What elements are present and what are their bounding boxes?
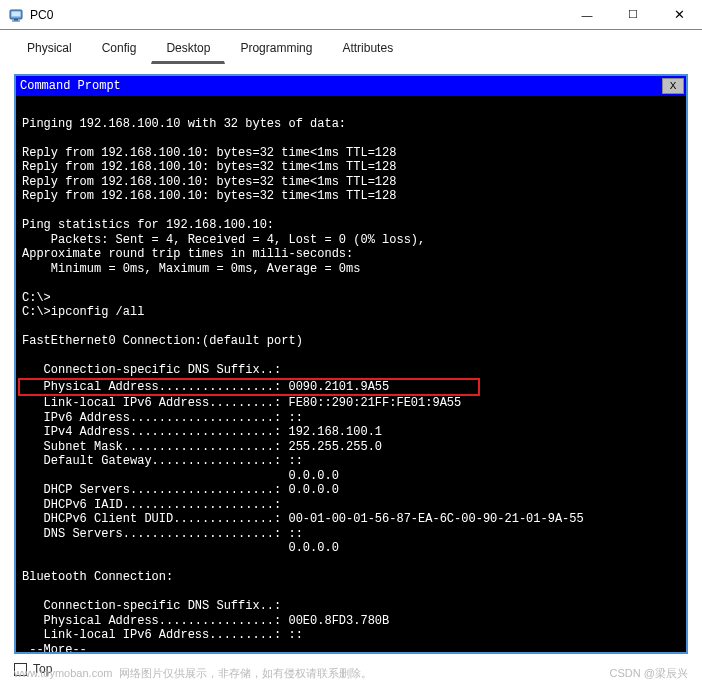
command-prompt-title: Command Prompt — [20, 79, 662, 93]
term-line: Connection-specific DNS Suffix..: — [22, 363, 281, 377]
term-line: 0.0.0.0 — [22, 541, 339, 555]
term-line: DHCP Servers....................: 0.0.0.… — [22, 483, 339, 497]
term-line: Connection-specific DNS Suffix..: — [22, 599, 281, 613]
svg-rect-1 — [12, 11, 21, 16]
term-line: Minimum = 0ms, Maximum = 0ms, Average = … — [22, 262, 360, 276]
term-line-label: Physical Address................: — [22, 380, 288, 394]
physical-address-highlight: Physical Address................: 0090.2… — [18, 378, 480, 397]
term-line: DHCPv6 Client DUID..............: 00-01-… — [22, 512, 584, 526]
footer-credit: CSDN @梁辰兴 — [610, 666, 688, 681]
term-line: Link-local IPv6 Address.........: :: — [22, 628, 303, 642]
window-title: PC0 — [30, 8, 564, 22]
command-prompt-window: Command Prompt X Pinging 192.168.100.10 … — [14, 74, 688, 654]
footer-url: www.toymoban.com 网络图片仅供展示，非存储，如有侵权请联系删除。 — [14, 666, 610, 681]
term-line: FastEthernet0 Connection:(default port) — [22, 334, 303, 348]
term-line: Pinging 192.168.100.10 with 32 bytes of … — [22, 117, 346, 131]
command-prompt-titlebar: Command Prompt X — [16, 76, 686, 96]
term-line: Bluetooth Connection: — [22, 570, 173, 584]
physical-address-value: 0090.2101.9A55 — [288, 380, 389, 394]
svg-rect-2 — [14, 19, 18, 21]
tab-strip: Physical Config Desktop Programming Attr… — [0, 30, 702, 64]
tab-desktop[interactable]: Desktop — [151, 36, 225, 64]
term-line: Link-local IPv6 Address.........: FE80::… — [22, 396, 461, 410]
term-line: C:\> — [22, 291, 51, 305]
term-line: C:\>ipconfig /all — [22, 305, 144, 319]
term-line: Default Gateway.................: :: — [22, 454, 303, 468]
term-line: DHCPv6 IAID.....................: — [22, 498, 281, 512]
svg-rect-3 — [12, 20, 20, 21]
tab-physical[interactable]: Physical — [12, 36, 87, 64]
command-prompt-close-button[interactable]: X — [662, 78, 684, 94]
command-prompt-body[interactable]: Pinging 192.168.100.10 with 32 bytes of … — [16, 96, 686, 652]
term-line: Reply from 192.168.100.10: bytes=32 time… — [22, 189, 396, 203]
term-line: Reply from 192.168.100.10: bytes=32 time… — [22, 160, 396, 174]
tab-attributes[interactable]: Attributes — [327, 36, 408, 64]
window-controls: — ☐ ✕ — [564, 0, 702, 29]
term-line: IPv4 Address....................: 192.16… — [22, 425, 382, 439]
tab-programming[interactable]: Programming — [225, 36, 327, 64]
terminal-output[interactable]: Pinging 192.168.100.10 with 32 bytes of … — [16, 96, 686, 652]
close-button[interactable]: ✕ — [656, 0, 702, 29]
maximize-button[interactable]: ☐ — [610, 0, 656, 29]
tab-config[interactable]: Config — [87, 36, 152, 64]
term-line: DNS Servers.....................: :: — [22, 527, 303, 541]
term-line: Physical Address................: 00E0.8… — [22, 614, 389, 628]
minimize-button[interactable]: — — [564, 0, 610, 29]
watermark-footer: www.toymoban.com 网络图片仅供展示，非存储，如有侵权请联系删除。… — [14, 666, 688, 681]
term-line: Reply from 192.168.100.10: bytes=32 time… — [22, 175, 396, 189]
term-line: Ping statistics for 192.168.100.10: — [22, 218, 274, 232]
term-line: 0.0.0.0 — [22, 469, 339, 483]
term-line: Approximate round trip times in milli-se… — [22, 247, 353, 261]
term-line: Reply from 192.168.100.10: bytes=32 time… — [22, 146, 396, 160]
window-titlebar: PC0 — ☐ ✕ — [0, 0, 702, 30]
app-icon — [8, 7, 24, 23]
term-line: Subnet Mask.....................: 255.25… — [22, 440, 382, 454]
term-line: --More-- — [22, 643, 87, 653]
term-line: Packets: Sent = 4, Received = 4, Lost = … — [22, 233, 425, 247]
term-line: IPv6 Address....................: :: — [22, 411, 303, 425]
